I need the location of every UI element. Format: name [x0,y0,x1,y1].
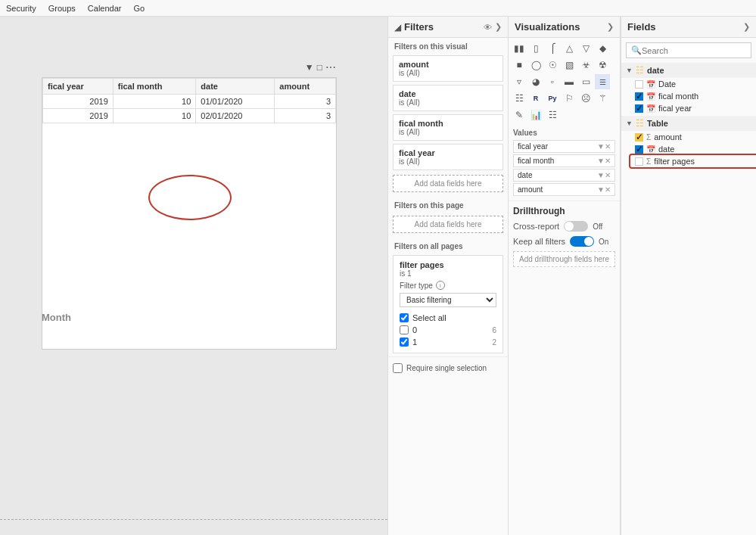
field-checkbox [635,157,643,166]
filter-pages-title: filter pages [400,260,496,269]
col-fical-year: fical year [43,79,114,95]
viz-matrix-icon[interactable]: ☷ [512,91,527,106]
viz-treemap-icon[interactable]: ▧ [562,58,577,73]
values-tag-dropdown-icon[interactable]: ▼ [597,157,605,165]
cell-date: 02/01/2020 [196,109,275,123]
viz-stacked-area-icon[interactable]: ▽ [578,41,593,56]
viz-stacked-bar-icon[interactable]: ▮▮ [512,41,527,56]
field-item[interactable]: ✓📅fical month [621,90,756,102]
more-icon[interactable]: ⋯ [325,61,336,73]
viz-filled-map-icon[interactable]: ☢ [595,58,610,73]
focus-icon[interactable]: □ [317,62,322,73]
canvas-bottom-divider [0,519,387,520]
col-fical-month: fical month [113,79,196,95]
field-item[interactable]: ✓📅date [621,143,756,155]
field-item-label: amount [654,132,682,142]
field-item[interactable]: Σfilter pages [621,155,756,167]
filter-option-checkbox[interactable] [400,337,409,347]
viz-panel-header: Visualizations ❯ [509,17,620,38]
viz-smart-icon[interactable]: ⚚ [595,91,610,106]
fields-search-input[interactable] [642,46,746,55]
filter-card[interactable]: fical year is (All) [393,144,503,170]
values-tag-close-icon[interactable]: ✕ [605,142,611,151]
cross-report-toggle[interactable] [564,221,588,232]
field-item[interactable]: ✓Σamount [621,131,756,143]
nav-groups[interactable]: Groups [48,4,76,13]
values-tag-close-icon[interactable]: ✕ [605,171,611,179]
nav-security[interactable]: Security [6,4,36,13]
viz-scatter-icon[interactable]: ■ [512,58,527,73]
viz-ribbon-icon[interactable]: ◆ [595,41,610,56]
viz-pie-icon[interactable]: ◯ [528,58,543,73]
filter-option-checkbox[interactable] [400,325,409,334]
values-tag-dropdown-icon[interactable]: ▼ [597,185,605,194]
values-tag-close-icon[interactable]: ✕ [605,185,611,194]
filter-pages-subtitle: is 1 [400,269,496,278]
filter-card[interactable]: date is (All) [393,85,503,111]
viz-donut-icon[interactable]: ☉ [545,58,560,73]
add-drillthrough-btn[interactable]: Add drillthrough fields here [513,251,615,267]
fields-panel: Fields ❯ 🔍 ▼ ☷ date 📅Date✓📅fical month✓📅… [621,17,756,535]
filter-icon[interactable]: ▼ [305,62,314,73]
viz-decomp-icon[interactable]: ⚐ [562,91,577,106]
values-label: Values [513,129,615,137]
require-checkbox[interactable] [393,363,403,373]
viz-r-icon[interactable]: R [528,91,543,106]
nav-calendar[interactable]: Calendar [88,4,122,13]
values-tag-dropdown-icon[interactable]: ▼ [597,171,605,179]
field-item-label: fical month [658,92,698,101]
viz-gauge-icon[interactable]: ◕ [528,74,543,89]
viz-table-icon active[interactable]: ☰ [595,74,610,89]
cell-fical-month: 10 [113,109,196,123]
filter-type-info-icon[interactable]: i [436,281,445,290]
filter-card-name: amount [399,60,497,69]
sigma-icon: Σ [646,157,651,166]
field-item[interactable]: ✓📅fical year [621,102,756,114]
select-all-checkbox[interactable] [400,313,409,322]
viz-qa-icon[interactable]: ☹ [578,91,593,106]
viz-bar-chart-icon[interactable]: ▯ [528,41,543,56]
viz-python-icon[interactable]: Py [545,91,560,106]
filters-expand-icon[interactable]: ❯ [495,22,502,32]
viz-fields-icon[interactable]: ☷ [545,107,560,123]
field-group-header[interactable]: ▼ ☷ date [621,63,756,78]
filter-card-value: is (All) [399,69,497,77]
viz-line-chart-icon[interactable]: ⎧ [545,41,560,56]
viz-kpi-icon[interactable]: ▬ [562,74,577,89]
cell-fical-month: 10 [113,95,196,109]
filter-type-select[interactable]: Basic filtering Advanced filtering [400,293,496,307]
filters-eye-icon[interactable]: 👁 [484,23,492,32]
viz-map-icon[interactable]: ☣ [578,58,593,73]
canvas-area: ▼ □ ⋯ fical year fical month date amount… [0,17,387,535]
viz-paint-icon[interactable]: ✎ [512,107,527,123]
filter-option-label: 0 [412,325,488,334]
add-data-visual-btn[interactable]: Add data fields here [393,175,503,192]
values-tag[interactable]: amount ▼ ✕ [513,183,615,196]
values-tag-dropdown-icon[interactable]: ▼ [597,142,605,151]
nav-go[interactable]: Go [133,4,145,13]
viz-area-chart-icon[interactable]: △ [562,41,577,56]
viz-funnel-icon[interactable]: ▿ [512,74,527,89]
values-tag[interactable]: date ▼ ✕ [513,169,615,182]
cell-amount: 3 [275,95,336,109]
values-tag-name: fical month [518,157,597,165]
filter-card[interactable]: amount is (All) [393,55,503,82]
filter-card[interactable]: fical month is (All) [393,114,503,141]
filter-option-row: 1 2 [400,336,496,348]
filter-funnel-icon: ◢ [394,22,401,33]
field-group-name: date [647,66,751,75]
chevron-icon: ▼ [626,120,633,127]
viz-expand-icon[interactable]: ❯ [607,22,614,32]
field-group-header[interactable]: ▼ ☷ Table [621,116,756,131]
keep-all-toggle[interactable] [570,236,594,247]
viz-slicer-icon[interactable]: ▭ [578,74,593,89]
add-data-page-btn[interactable]: Add data fields here [393,216,503,233]
values-tag-close-icon[interactable]: ✕ [605,157,611,165]
field-item[interactable]: 📅Date [621,78,756,90]
values-tag[interactable]: fical year ▼ ✕ [513,140,615,153]
viz-analytics-icon[interactable]: 📊 [528,107,543,123]
values-tag[interactable]: fical month ▼ ✕ [513,154,615,167]
fields-expand-icon[interactable]: ❯ [743,22,750,32]
viz-card-icon[interactable]: ▫ [545,74,560,89]
table-row: 2019 10 02/01/2020 3 [43,109,336,123]
